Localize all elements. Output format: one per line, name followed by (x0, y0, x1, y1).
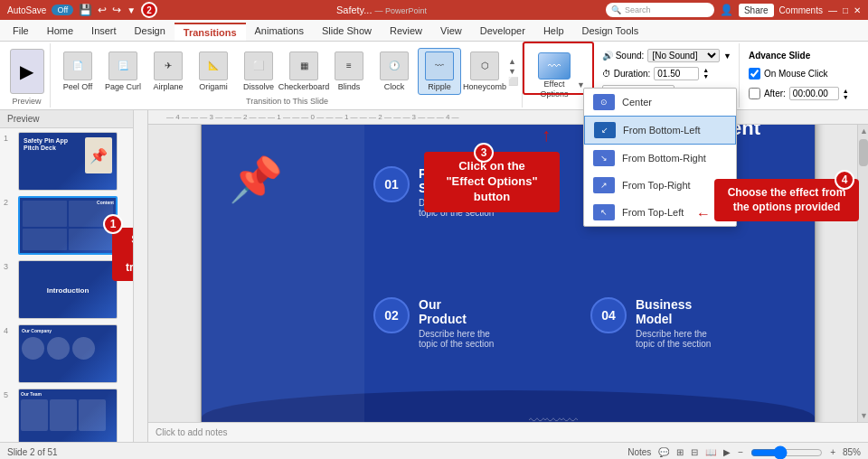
dropdown-top-left-label: From Top-Left (622, 207, 684, 218)
scrollbar-up-arrow[interactable]: ▲ (858, 125, 868, 137)
tab-transitions[interactable]: Transitions (175, 23, 246, 41)
thumb2-title: Content (22, 200, 114, 205)
zoom-slider[interactable] (750, 445, 823, 460)
slide-sorter-icon[interactable]: ⊟ (691, 447, 698, 457)
minimize-icon[interactable]: — (828, 5, 837, 15)
presentation-icon[interactable]: ▶ (723, 447, 731, 457)
tab-design[interactable]: Design (126, 23, 175, 39)
more-icon[interactable]: ⬜ (508, 77, 518, 86)
dropdown-item-center[interactable]: ⊙ Center (584, 89, 736, 116)
duration-down[interactable]: ▼ (703, 73, 709, 80)
horizontal-ruler: — 4 — — — 3 — — — 2 — — — 1 — — — 0 — — … (148, 110, 868, 125)
tab-slide-show[interactable]: Slide Show (313, 23, 381, 39)
transition-blinds[interactable]: ≡ Blinds (327, 48, 371, 95)
notes-status-label[interactable]: Notes (627, 447, 651, 457)
comments-button[interactable]: Comments (779, 5, 823, 15)
save-icon[interactable]: 💾 (79, 4, 92, 16)
sound-select[interactable]: [No Sound] (647, 49, 720, 62)
undo-icon[interactable]: ↩ (98, 4, 107, 16)
dropdown-item-bottom-left[interactable]: ↙ From Bottom-Left (584, 116, 736, 145)
preview-icon[interactable]: ▶ (10, 49, 44, 94)
scroll-up-icon[interactable]: ▲ (508, 57, 518, 66)
thumb2-cell3 (23, 229, 67, 251)
share-button[interactable]: Share (739, 4, 774, 17)
callout3-text-part1: Click on the (458, 159, 525, 173)
after-row: After: ▲ ▼ (749, 87, 868, 100)
dropdown-item-bottom-right[interactable]: ↘ From Bottom-Right (584, 145, 736, 172)
transition-dissolve[interactable]: ⬜ Dissolve (237, 48, 280, 95)
transition-checkerboard[interactable]: ▦ Checkerboard (282, 48, 326, 95)
preview-btn[interactable]: ▶ (10, 45, 44, 97)
transition-clock[interactable]: 🕐 Clock (373, 48, 416, 95)
after-down[interactable]: ▼ (843, 94, 849, 100)
dropdown-item-top-left[interactable]: ↖ From Top-Left (584, 199, 736, 226)
airplane-icon: ✈ (154, 52, 183, 80)
dropdown-top-right-label: From Top-Right (622, 180, 691, 191)
autosave-toggle[interactable]: Off (52, 5, 73, 15)
thumb5-content: Our Team (21, 391, 115, 442)
slide-list: 1 Safety Pin AppPitch Deck 📌 2 Content (0, 128, 133, 442)
tab-insert[interactable]: Insert (82, 23, 126, 39)
slide-item-3[interactable]: 3 Introduction (4, 260, 129, 319)
slide-thumb-3[interactable]: Introduction (18, 260, 118, 319)
transition-origami[interactable]: 📐 Origami (192, 48, 235, 95)
thumb4-people (22, 337, 114, 360)
transition-airplane[interactable]: ✈ Airplane (146, 48, 190, 95)
sound-dropdown-arrow[interactable]: ▼ (723, 52, 731, 61)
search-box[interactable]: 🔍 Search (606, 3, 714, 17)
close-icon[interactable]: ✕ (854, 5, 861, 15)
on-mouse-click-checkbox[interactable] (749, 68, 760, 80)
maximize-icon[interactable]: □ (843, 5, 848, 15)
scrollbar-down-arrow[interactable]: ▼ (858, 409, 868, 422)
user-icon[interactable]: 👤 (720, 4, 733, 16)
duration-up[interactable]: ▲ (703, 67, 709, 73)
after-checkbox[interactable] (749, 88, 760, 99)
duration-input[interactable] (654, 67, 699, 80)
step3-circle: 3 (474, 143, 494, 163)
zoom-out-btn[interactable]: − (738, 447, 743, 457)
slide-thumb-1[interactable]: Safety Pin AppPitch Deck 📌 (18, 132, 118, 191)
item-02-circle: 02 (373, 297, 410, 333)
scrollbar-thumb[interactable] (859, 139, 868, 166)
reading-view-icon[interactable]: 📖 (705, 447, 716, 457)
pin-icon: 📌 (229, 155, 283, 205)
transition-peel-off[interactable]: 📄 Peel Off (56, 48, 99, 95)
slide-thumb-5[interactable]: Our Team (18, 389, 118, 442)
tab-developer[interactable]: Developer (471, 23, 534, 39)
thumb5-team (21, 399, 115, 431)
blinds-label: Blinds (338, 82, 361, 91)
normal-view-icon[interactable]: ⊞ (676, 447, 684, 457)
tab-review[interactable]: Review (381, 23, 431, 39)
peel-off-label: Peel Off (63, 82, 92, 91)
title-bar-center: Safety... — PowerPoint (157, 5, 606, 15)
slide-item-1[interactable]: 1 Safety Pin AppPitch Deck 📌 (4, 132, 129, 191)
dropdown-item-top-right[interactable]: ↗ From Top-Right (584, 172, 736, 199)
tab-home[interactable]: Home (38, 23, 82, 39)
comments-status-icon[interactable]: 💬 (658, 447, 669, 457)
transition-ripple[interactable]: 〰 Ripple (418, 48, 461, 95)
scroll-down-icon[interactable]: ▼ (508, 67, 518, 76)
slide-item-5[interactable]: 5 Our Team (4, 389, 129, 442)
transition-page-curl[interactable]: 📃 Page Curl (101, 48, 145, 95)
customize-icon[interactable]: ▼ (127, 5, 136, 15)
after-up[interactable]: ▲ (843, 88, 849, 94)
transition-honeycomb[interactable]: ⬡ Honeycomb (463, 48, 506, 95)
person-icon-3 (72, 337, 95, 360)
after-input[interactable] (789, 87, 839, 100)
step1-circle: 1 (103, 214, 123, 234)
slide-item-2[interactable]: 2 Content 1 Select the slide that has a … (4, 196, 129, 255)
redo-icon[interactable]: ↪ (112, 4, 121, 16)
notes-bar[interactable]: Click to add notes (148, 422, 868, 442)
vertical-scrollbar[interactable]: ▲ ▼ (857, 125, 868, 422)
tab-view[interactable]: View (431, 23, 471, 39)
dropdown-center-icon: ⊙ (593, 94, 615, 110)
zoom-in-btn[interactable]: + (830, 447, 835, 457)
tab-animations[interactable]: Animations (246, 23, 313, 39)
ribbon-group-preview: ▶ Preview (4, 43, 51, 108)
search-icon: 🔍 (611, 5, 621, 14)
tab-file[interactable]: File (4, 23, 38, 39)
tab-help[interactable]: Help (534, 23, 573, 39)
slide-thumb-4[interactable]: Our Company (18, 324, 118, 383)
tab-design-tools[interactable]: Design Tools (573, 23, 648, 39)
slide-item-4[interactable]: 4 Our Company (4, 324, 129, 383)
